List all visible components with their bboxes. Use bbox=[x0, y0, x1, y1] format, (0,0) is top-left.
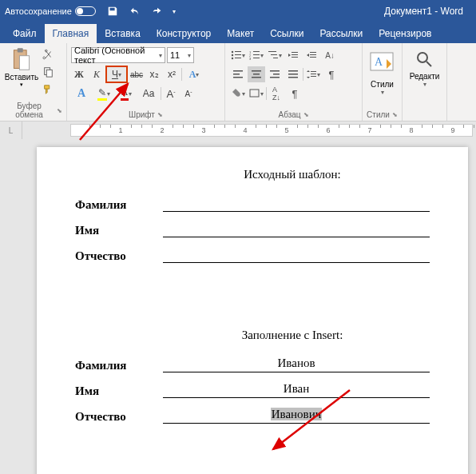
clipboard-group-label: Буфер обмена bbox=[4, 102, 54, 119]
tab-mailings[interactable]: Рассылки bbox=[311, 24, 371, 43]
value-patronymic: Иванович bbox=[163, 408, 430, 424]
font-name-combo[interactable]: Calibri (Основной текст▾ bbox=[71, 47, 165, 63]
save-icon[interactable] bbox=[105, 4, 120, 18]
paste-button[interactable]: Вставить ▾ bbox=[4, 46, 39, 97]
styles-button[interactable]: A Стили ▾ bbox=[369, 46, 396, 96]
chevron-down-icon: ▾ bbox=[20, 82, 23, 88]
svg-rect-25 bbox=[310, 57, 316, 58]
strike-button[interactable]: abc bbox=[129, 66, 145, 82]
align-center-button[interactable] bbox=[248, 66, 265, 82]
group-editing: Редакти ▾ bbox=[403, 43, 447, 121]
form-row: Отчество bbox=[75, 247, 430, 263]
multilevel-button[interactable]: ▾ bbox=[266, 47, 284, 63]
decrease-indent-button[interactable] bbox=[284, 47, 302, 63]
horizontal-ruler[interactable]: L 123456789 bbox=[0, 121, 476, 139]
numbering-button[interactable]: 123▾ bbox=[248, 47, 265, 63]
justify-button[interactable] bbox=[284, 66, 302, 82]
undo-icon[interactable] bbox=[128, 4, 142, 18]
superscript-button[interactable]: x² bbox=[164, 66, 180, 82]
text-outline-button[interactable]: A bbox=[71, 86, 92, 102]
label-patronymic: Отчество bbox=[75, 249, 163, 263]
tab-home[interactable]: Главная bbox=[45, 24, 97, 43]
font-size-combo[interactable]: 11▾ bbox=[167, 47, 194, 63]
change-case-button[interactable]: Aa bbox=[138, 86, 159, 102]
dialog-launcher-icon[interactable]: ⬊ bbox=[157, 111, 163, 118]
vertical-ruler[interactable] bbox=[0, 139, 22, 474]
svg-rect-32 bbox=[270, 70, 280, 72]
tab-references[interactable]: Ссылки bbox=[262, 24, 311, 43]
increase-indent-button[interactable] bbox=[303, 47, 320, 63]
copy-icon bbox=[42, 66, 54, 78]
label-patronymic: Отчество bbox=[75, 410, 163, 424]
highlight-button[interactable]: ✎▾ bbox=[93, 86, 114, 102]
sort-button[interactable]: A↓ bbox=[321, 47, 339, 63]
tab-selector[interactable]: L bbox=[0, 121, 22, 139]
value-lastname: Иванов bbox=[163, 356, 430, 372]
chevron-down-icon: ▾ bbox=[188, 52, 191, 59]
shading-button[interactable]: ▾ bbox=[229, 86, 247, 102]
document-page[interactable]: Исходный шаблон: Фамилия Имя Отчество За… bbox=[37, 147, 468, 474]
form-row: Имя bbox=[75, 221, 430, 237]
svg-rect-28 bbox=[233, 77, 243, 78]
dialog-launcher-icon[interactable]: ⬊ bbox=[57, 107, 62, 114]
grow-font-button[interactable]: Aˇ bbox=[163, 86, 179, 102]
document-title: Документ1 - Word bbox=[384, 6, 463, 17]
borders-button[interactable]: ▾ bbox=[248, 86, 265, 102]
cut-button[interactable] bbox=[41, 47, 55, 62]
bullets-button[interactable]: ▾ bbox=[229, 47, 247, 63]
underline-button[interactable]: Ч ▾ bbox=[106, 66, 127, 82]
svg-rect-4 bbox=[46, 70, 52, 77]
chevron-down-icon: ▾ bbox=[129, 90, 132, 98]
align-right-button[interactable] bbox=[266, 66, 284, 82]
chevron-down-icon: ▾ bbox=[410, 81, 440, 88]
svg-rect-35 bbox=[288, 70, 298, 72]
svg-rect-2 bbox=[19, 56, 29, 70]
qat-dropdown-icon[interactable]: ▾ bbox=[173, 8, 176, 15]
bold-button[interactable]: Ж bbox=[71, 66, 87, 82]
italic-button[interactable]: К bbox=[89, 66, 105, 82]
editing-button[interactable]: Редакти ▾ bbox=[410, 46, 440, 88]
label-lastname: Фамилия bbox=[75, 359, 163, 372]
svg-rect-33 bbox=[273, 74, 280, 75]
tab-insert[interactable]: Вставка bbox=[97, 24, 149, 43]
shrink-font-button[interactable]: Aˆ bbox=[180, 86, 196, 102]
font-color-button[interactable]: A▾ bbox=[116, 86, 137, 102]
workspace: Исходный шаблон: Фамилия Имя Отчество За… bbox=[0, 139, 476, 474]
svg-point-5 bbox=[232, 51, 233, 53]
show-marks-button[interactable]: ¶ bbox=[323, 66, 340, 82]
chevron-down-icon: ▾ bbox=[159, 52, 162, 59]
scissors-icon bbox=[42, 49, 54, 60]
redo-icon[interactable] bbox=[150, 4, 165, 18]
tab-layout[interactable]: Макет bbox=[219, 24, 262, 43]
copy-button[interactable] bbox=[41, 65, 55, 79]
subscript-button[interactable]: x₂ bbox=[146, 66, 162, 82]
svg-rect-10 bbox=[235, 58, 241, 58]
svg-rect-21 bbox=[292, 54, 298, 55]
svg-rect-26 bbox=[233, 70, 243, 72]
tab-design[interactable]: Конструктор bbox=[149, 24, 219, 43]
underline-label: Ч bbox=[112, 69, 118, 80]
svg-rect-30 bbox=[253, 74, 260, 75]
label-lastname: Фамилия bbox=[75, 198, 163, 212]
styles-group-label: Стили bbox=[367, 110, 390, 119]
align-left-button[interactable] bbox=[229, 66, 247, 82]
dialog-launcher-icon[interactable]: ⬊ bbox=[392, 111, 398, 118]
tab-file[interactable]: Файл bbox=[5, 24, 45, 43]
format-painter-button[interactable] bbox=[41, 82, 55, 97]
svg-rect-40 bbox=[311, 76, 316, 77]
form-row: ОтчествоИванович bbox=[75, 408, 430, 424]
brush-icon bbox=[42, 84, 54, 95]
label-firstname: Имя bbox=[75, 384, 163, 398]
font-size-value: 11 bbox=[170, 50, 180, 60]
dialog-launcher-icon[interactable]: ⬊ bbox=[303, 111, 309, 118]
autosave-toggle[interactable]: Автосохранение bbox=[5, 6, 96, 16]
line-spacing-button[interactable]: ▾ bbox=[304, 66, 322, 82]
text-effects-button[interactable]: A▾ bbox=[184, 66, 204, 82]
sort-az-button[interactable]: AZ↓ bbox=[268, 86, 285, 102]
ribbon-tabs: Файл Главная Вставка Конструктор Макет С… bbox=[0, 22, 476, 43]
svg-point-9 bbox=[232, 58, 233, 59]
paragraph-mark-button[interactable]: ¶ bbox=[286, 86, 303, 102]
font-name-value: Calibri (Основной текст bbox=[74, 46, 159, 65]
tab-review[interactable]: Рецензиров bbox=[371, 24, 439, 43]
group-styles: A Стили ▾ Стили⬊ bbox=[363, 43, 403, 121]
